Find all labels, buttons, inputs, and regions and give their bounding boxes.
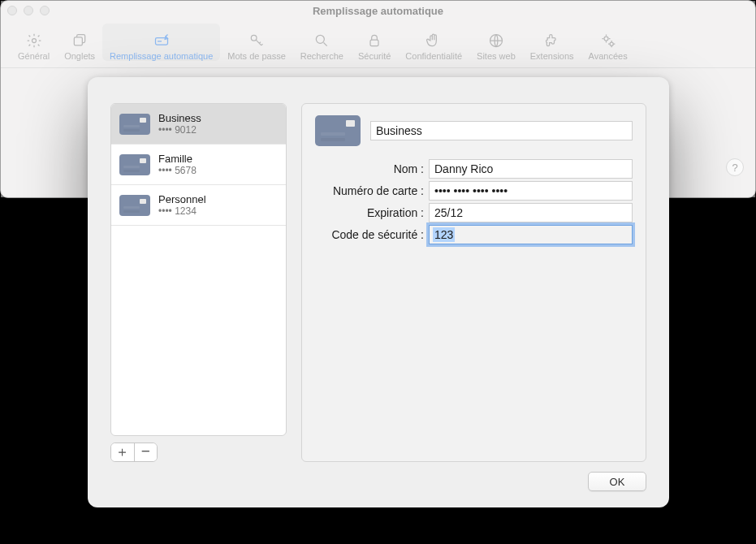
card-name: Business: [158, 112, 201, 125]
remove-card-button[interactable]: −: [135, 443, 158, 461]
label-name: Nom :: [315, 162, 429, 175]
credit-cards-sheet: Business •••• 9012 Famille •••• 5678 Per…: [88, 77, 669, 507]
label-expiry: Expiration :: [315, 206, 429, 219]
card-list-row[interactable]: Business •••• 9012: [111, 104, 286, 145]
cardholder-name-input[interactable]: [429, 159, 633, 179]
card-name: Famille: [158, 153, 197, 166]
card-icon: [315, 115, 361, 146]
add-remove-control: ＋ −: [110, 443, 158, 462]
credit-card-list[interactable]: Business •••• 9012 Famille •••• 5678 Per…: [110, 103, 287, 436]
card-detail-panel: Nom : Numéro de carte : Expiration : Cod…: [301, 103, 646, 462]
card-icon: [119, 114, 150, 135]
add-card-button[interactable]: ＋: [111, 443, 135, 461]
card-expiry-input[interactable]: [429, 203, 633, 222]
card-masked-number: •••• 1234: [158, 205, 206, 217]
label-security: Code de sécurité :: [315, 228, 429, 241]
card-masked-number: •••• 9012: [158, 124, 201, 136]
card-list-row[interactable]: Famille •••• 5678: [111, 145, 286, 185]
label-number: Numéro de carte :: [315, 184, 429, 197]
card-title-input[interactable]: [370, 121, 633, 140]
card-icon: [119, 154, 150, 175]
card-number-input[interactable]: [429, 181, 633, 201]
card-list-row[interactable]: Personnel •••• 1234: [111, 185, 286, 226]
card-icon: [119, 195, 150, 216]
card-security-code-input[interactable]: [429, 225, 633, 244]
card-name: Personnel: [158, 193, 206, 206]
ok-button[interactable]: OK: [588, 472, 646, 491]
card-masked-number: •••• 5678: [158, 165, 197, 176]
